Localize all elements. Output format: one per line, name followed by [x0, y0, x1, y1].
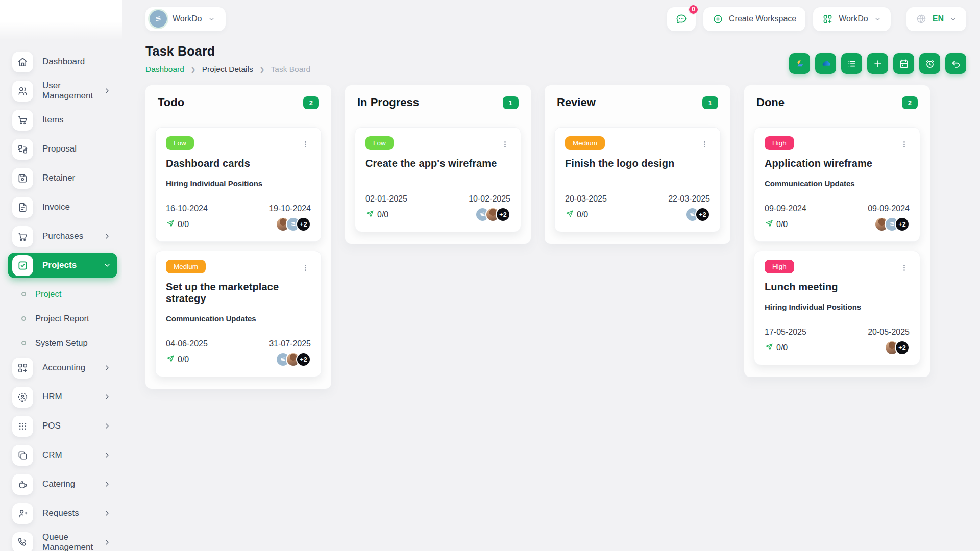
kanban-column-done: Done 2 High Application wireframe Commun…: [744, 85, 930, 377]
priority-badge: Low: [365, 136, 394, 150]
task-title: Set up the marketplace strategy: [166, 281, 311, 305]
sidebar-item-label: User Management: [42, 81, 103, 101]
pos-icon: [17, 420, 29, 432]
sidebar-item-invoice[interactable]: Invoice: [0, 194, 117, 220]
workspace-selector[interactable]: WorkDo: [145, 7, 226, 31]
card-menu-button[interactable]: [501, 136, 510, 152]
toolbar-google-drive-button[interactable]: [789, 53, 810, 74]
sidebar-item-label: CRM: [42, 450, 103, 460]
sidebar-item-items[interactable]: Items: [0, 107, 117, 133]
app-root: Dashboard User Management Items Proposal…: [0, 0, 980, 551]
task-title: Application wireframe: [765, 158, 910, 169]
bullet-icon: [21, 341, 26, 345]
avatar-more-count[interactable]: +2: [296, 217, 311, 232]
sidebar-item-label: Invoice: [42, 202, 117, 212]
card-menu-button[interactable]: [301, 260, 311, 276]
sidebar-item-accounting[interactable]: Accounting: [0, 355, 117, 381]
task-card[interactable]: High Application wireframe Communication…: [754, 127, 920, 242]
app-switcher-button[interactable]: WorkDo: [813, 7, 891, 31]
sidebar-item-dashboard[interactable]: Dashboard: [0, 49, 117, 74]
sidebar-item-pos[interactable]: POS: [0, 413, 117, 439]
task-card[interactable]: Low Dashboard cards Hiring Individual Po…: [155, 127, 322, 242]
toolbar-list-button[interactable]: [841, 53, 862, 74]
breadcrumb-dashboard[interactable]: Dashboard: [145, 65, 184, 74]
sidebar-item-label: Items: [42, 115, 117, 125]
breadcrumb: Dashboard❯Project Details❯Task Board: [145, 65, 310, 74]
sidebar-item-requests[interactable]: Requests: [0, 500, 117, 526]
sidebar-item-crm[interactable]: CRM: [0, 442, 117, 468]
avatar-more-count[interactable]: +2: [296, 352, 311, 367]
avatar-stack: +2: [885, 340, 910, 355]
dots-vertical-icon: [900, 144, 909, 152]
chevron-down-icon: [103, 261, 111, 269]
task-title: Dashboard cards: [166, 158, 311, 169]
toolbar-calendar-button[interactable]: [893, 53, 914, 74]
task-card[interactable]: High Lunch meeting Hiring Individual Pos…: [754, 251, 920, 365]
sidebar-subitem-project-report[interactable]: Project Report: [0, 306, 122, 331]
sidebar-item-label: Retainer: [42, 173, 117, 183]
sidebar-item-user-management[interactable]: User Management: [0, 78, 117, 104]
toolbar-undo-button[interactable]: [945, 53, 966, 74]
page-title: Task Board: [145, 44, 310, 59]
create-workspace-label: Create Workspace: [729, 14, 796, 23]
card-menu-button[interactable]: [301, 136, 311, 152]
card-menu-button[interactable]: [700, 136, 710, 152]
send-icon: [365, 209, 375, 220]
language-selector[interactable]: EN: [906, 7, 966, 31]
sidebar-item-label: Accounting: [42, 363, 103, 373]
sidebar-item-label: POS: [42, 421, 103, 431]
task-card[interactable]: Medium Finish the logo design 20-03-2025…: [554, 127, 721, 232]
sidebar-item-queue-management[interactable]: Queue Management: [0, 530, 117, 551]
task-title: Lunch meeting: [765, 281, 910, 293]
sidebar-item-purchases[interactable]: Purchases: [0, 223, 117, 249]
sidebar-item-proposal[interactable]: Proposal: [0, 136, 117, 162]
chevron-right-icon: [103, 480, 111, 488]
avatar-more-count[interactable]: +2: [895, 340, 910, 355]
breadcrumb-project-details[interactable]: Project Details: [202, 65, 253, 74]
subtask-progress: 0/0: [765, 342, 788, 354]
sidebar-item-retainer[interactable]: Retainer: [0, 165, 117, 191]
task-end-date: 10-02-2025: [469, 194, 510, 204]
cart-icon: [17, 114, 29, 126]
card-menu-button[interactable]: [900, 136, 910, 152]
avatar-more-count[interactable]: +2: [895, 217, 910, 232]
toolbar-onedrive-button[interactable]: [815, 53, 836, 74]
task-end-date: 09-09-2024: [868, 204, 910, 213]
sidebar-item-hrm[interactable]: HRM: [0, 384, 117, 410]
dots-vertical-icon: [501, 144, 509, 152]
column-title: Review: [557, 96, 596, 109]
projects-icon: [17, 260, 29, 271]
google-drive-icon: [794, 58, 805, 69]
sidebar-item-projects[interactable]: Projects: [8, 253, 117, 278]
invoice-icon: [17, 202, 29, 213]
workspace-avatar: [150, 10, 167, 28]
avatar-more-count[interactable]: +2: [496, 207, 510, 222]
sidebar-item-label: Projects: [42, 260, 103, 270]
avatar-more-count[interactable]: +2: [695, 207, 710, 222]
column-cards: Low Dashboard cards Hiring Individual Po…: [145, 118, 331, 389]
requests-icon: [17, 508, 29, 519]
sidebar-item-label: Dashboard: [42, 57, 117, 67]
task-milestone: [365, 179, 510, 180]
send-icon: [565, 209, 574, 220]
proposal-icon: [17, 143, 29, 155]
task-card[interactable]: Medium Set up the marketplace strategy C…: [155, 251, 322, 377]
dots-vertical-icon: [700, 144, 709, 152]
sidebar-subitem-system-setup[interactable]: System Setup: [0, 331, 122, 355]
task-milestone: Communication Updates: [765, 179, 910, 190]
dots-vertical-icon: [301, 144, 310, 152]
card-menu-button[interactable]: [900, 260, 910, 276]
messenger-button[interactable]: 0: [667, 7, 696, 31]
breadcrumb-separator: ❯: [190, 66, 196, 73]
users-icon: [17, 85, 29, 97]
toolbar-timer-button[interactable]: [919, 53, 940, 74]
task-card[interactable]: Low Create the app's wireframe 02-01-202…: [355, 127, 521, 232]
sidebar-subitem-project[interactable]: Project: [0, 282, 122, 306]
task-start-date: 17-05-2025: [765, 328, 806, 337]
task-milestone: Hiring Individual Positions: [765, 303, 910, 313]
sidebar-item-catering[interactable]: Catering: [0, 471, 117, 497]
toolbar-add-button[interactable]: [867, 53, 888, 74]
task-start-date: 16-10-2024: [166, 204, 208, 213]
create-workspace-button[interactable]: Create Workspace: [703, 7, 805, 31]
priority-badge: Low: [166, 136, 194, 150]
